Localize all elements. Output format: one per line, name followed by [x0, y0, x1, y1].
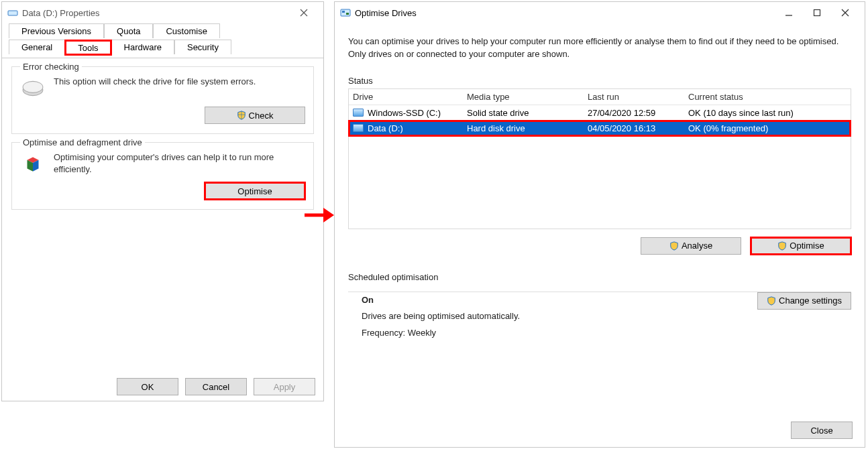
- optimise-title: Optimise Drives: [355, 8, 417, 18]
- error-checking-group: Error checking This option will check th…: [11, 66, 314, 134]
- shield-icon: [777, 241, 787, 251]
- svg-rect-12: [814, 10, 820, 16]
- col-media[interactable]: Media type: [467, 92, 588, 102]
- tab-customise[interactable]: Customise: [153, 23, 219, 38]
- shield-icon: [767, 296, 776, 306]
- analyse-button[interactable]: Analyse: [641, 237, 741, 255]
- cell-media: Hard disk drive: [467, 123, 588, 133]
- error-checking-text: This option will check the drive for fil…: [54, 76, 305, 88]
- optimise-drives-button[interactable]: Optimise: [751, 237, 851, 255]
- tab-general[interactable]: General: [9, 40, 65, 54]
- svg-marker-7: [323, 208, 334, 222]
- cell-drive: Windows-SSD (C:): [368, 108, 441, 118]
- analyse-button-label: Analyse: [682, 241, 712, 251]
- ok-button[interactable]: OK: [117, 378, 178, 395]
- optimise-drives-window: Optimise Drives You can optimise your dr…: [334, 1, 865, 448]
- tab-previous-versions[interactable]: Previous Versions: [9, 23, 104, 38]
- tab-quota[interactable]: Quota: [104, 23, 153, 38]
- drive-check-icon: [20, 76, 46, 101]
- optimise-group: Optimise and defragment drive Optimising…: [11, 142, 314, 210]
- optimise-cube-icon: [20, 151, 46, 177]
- check-button-label: Check: [249, 111, 274, 121]
- properties-titlebar[interactable]: Data (D:) Properties: [2, 2, 323, 23]
- col-status[interactable]: Current status: [688, 92, 847, 102]
- tabs: Previous Versions Quota Customise Genera…: [2, 23, 323, 58]
- close-button[interactable]: Close: [791, 422, 853, 439]
- maximize-icon[interactable]: [803, 3, 831, 22]
- optimise-button[interactable]: Optimise: [205, 182, 305, 200]
- tab-tools[interactable]: Tools: [65, 40, 111, 55]
- table-header: Drive Media type Last run Current status: [349, 89, 851, 105]
- drive-icon: [353, 124, 364, 132]
- sched-label: Scheduled optimisation: [348, 272, 851, 282]
- optimise-text: Optimising your computer's drives can he…: [54, 151, 305, 175]
- properties-window: Data (D:) Properties Previous Versions Q…: [1, 1, 324, 401]
- status-label: Status: [348, 76, 851, 86]
- tab-security[interactable]: Security: [174, 40, 231, 54]
- col-lastrun[interactable]: Last run: [588, 92, 688, 102]
- optimise-titlebar[interactable]: Optimise Drives: [335, 2, 865, 23]
- check-button[interactable]: Check: [205, 107, 305, 124]
- cell-drive: Data (D:): [368, 123, 403, 133]
- close-icon[interactable]: [290, 3, 318, 22]
- cancel-button[interactable]: Cancel: [185, 378, 247, 395]
- col-drive[interactable]: Drive: [353, 92, 467, 102]
- properties-title: Data (D:) Properties: [22, 8, 100, 18]
- drive-table: Drive Media type Last run Current status…: [348, 88, 851, 229]
- optimise-button-label: Optimise: [237, 186, 272, 196]
- svg-rect-10: [346, 13, 349, 15]
- svg-rect-0: [8, 11, 17, 15]
- cell-lastrun: 04/05/2020 16:13: [588, 123, 688, 133]
- cell-lastrun: 27/04/2020 12:59: [588, 108, 688, 118]
- error-checking-label: Error checking: [20, 62, 82, 72]
- change-settings-button[interactable]: Change settings: [757, 292, 851, 310]
- cell-media: Solid state drive: [467, 108, 588, 118]
- optimise-drives-button-label: Optimise: [790, 241, 824, 251]
- intro-text: You can optimise your drives to help you…: [348, 36, 851, 61]
- optimise-group-label: Optimise and defragment drive: [20, 137, 145, 147]
- shield-icon: [669, 241, 679, 251]
- arrow-icon: [305, 205, 334, 225]
- close-icon[interactable]: [831, 3, 859, 22]
- drive-icon: [353, 109, 364, 117]
- cell-status: OK (10 days since last run): [688, 108, 847, 118]
- sched-text: Drives are being optimised automatically…: [362, 308, 757, 325]
- table-row[interactable]: Data (D:) Hard disk drive 04/05/2020 16:…: [349, 121, 851, 136]
- optimise-app-icon: [340, 7, 351, 18]
- svg-point-2: [23, 81, 43, 92]
- shield-icon: [237, 111, 246, 120]
- svg-rect-9: [342, 11, 345, 13]
- sched-state: On: [362, 292, 757, 309]
- cell-status: OK (0% fragmented): [688, 123, 847, 133]
- minimize-icon[interactable]: [775, 3, 803, 22]
- tab-hardware[interactable]: Hardware: [111, 40, 174, 54]
- drive-icon: [7, 7, 18, 18]
- change-settings-label: Change settings: [779, 296, 842, 306]
- apply-button: Apply: [254, 378, 315, 395]
- sched-freq: Frequency: Weekly: [362, 325, 757, 342]
- table-row[interactable]: Windows-SSD (C:) Solid state drive 27/04…: [349, 105, 851, 121]
